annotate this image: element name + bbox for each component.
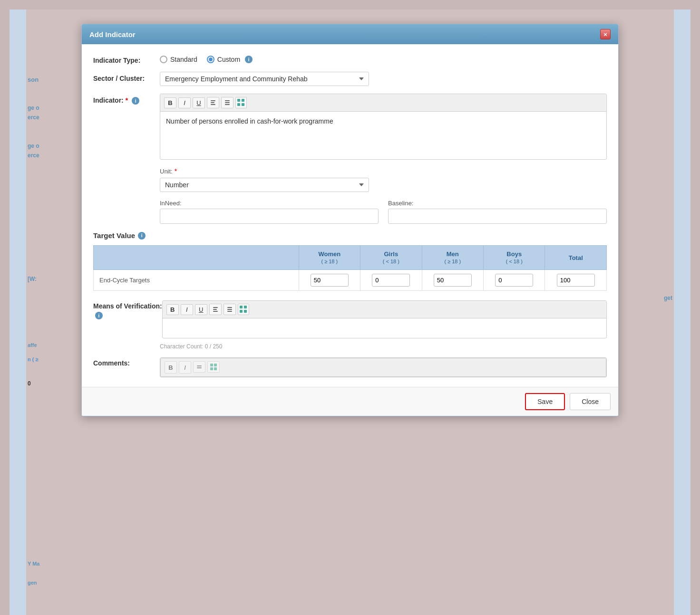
means-toolbar-bold[interactable]: B [166,304,179,315]
save-button[interactable]: Save [525,393,565,410]
modal-body: Indicator Type: Standard Custom i [82,44,618,387]
radio-custom-label: Custom [217,56,240,63]
col-girls-header: Girls ( < 18 ) [360,246,422,270]
means-toolbar-list[interactable] [209,304,222,315]
comments-toolbar-bold[interactable]: B [165,361,177,374]
boys-input[interactable] [495,274,533,287]
inneed-input[interactable] [160,209,379,224]
unit-row: Unit: * Number Percentage Yes/No [93,167,607,192]
indicator-content[interactable]: Number of persons enrolled in cash-for-w… [160,112,606,159]
target-value-info-icon[interactable]: i [138,232,146,240]
means-toolbar-ordered-list[interactable] [224,304,236,315]
baseline-field-label: Baseline: [388,200,607,207]
means-label-col: Means of Verification: i [93,300,162,319]
inneed-baseline-cols: InNeed: Baseline: [160,200,607,224]
indicator-row: Indicator: * i B I U [93,94,607,160]
modal-footer: Save Close [82,387,618,416]
comments-toolbar-list[interactable] [193,361,205,373]
radio-custom-circle[interactable] [207,56,214,63]
modal-close-button[interactable]: × [600,29,611,39]
target-table-head: Women ( ≥ 18 ) Girls ( < 18 ) Men ( ≥ 18… [94,246,607,270]
inneed-baseline-row: InNeed: Baseline: [93,200,607,224]
radio-standard-label: Standard [170,56,197,63]
indicator-type-radio-group: Standard Custom i [160,54,253,63]
sector-label: Sector / Cluster: [93,72,160,82]
row-women-cell [299,270,360,291]
means-content[interactable] [163,318,606,338]
col-total-header: Total [545,246,607,270]
means-editor: B I U [162,300,607,338]
inneed-field-label: InNeed: [160,200,379,207]
toolbar-list-btn[interactable] [207,97,219,108]
toolbar-ordered-list-btn[interactable] [221,97,233,108]
list-lines-icon [211,100,215,105]
toolbar-underline-btn[interactable]: U [193,97,205,108]
row-girls-cell [360,270,422,291]
indicator-editor: B I U [160,94,607,160]
comments-row: Comments: B I [93,357,607,377]
comments-label: Comments: [93,359,160,367]
target-value-header: Target Value i [93,231,607,240]
table-row: End-Cycle Targets [94,270,607,291]
means-toolbar-grid[interactable] [238,304,249,315]
unit-select[interactable]: Number Percentage Yes/No [160,178,369,192]
unit-label: Unit: [160,168,173,175]
add-indicator-modal: Add Indicator × Indicator Type: Standard [81,24,619,416]
unit-row-spacer [93,167,160,170]
toolbar-italic-btn[interactable]: I [178,97,191,108]
target-value-title: Target Value [93,231,135,240]
col-boys-header: Boys ( < 18 ) [484,246,545,270]
sector-select[interactable]: Emergency Employment and Community Rehab… [160,72,369,86]
row-boys-cell [484,270,545,291]
target-table-header-row: Women ( ≥ 18 ) Girls ( < 18 ) Men ( ≥ 18… [94,246,607,270]
means-info-icon[interactable]: i [95,312,103,319]
row-men-cell [422,270,483,291]
inneed-col: InNeed: [160,200,379,224]
row-total-cell [545,270,607,291]
comments-toolbar: B I [160,358,606,377]
means-toolbar: B I U [163,301,606,318]
unit-label-row: Unit: * [160,167,369,175]
men-input[interactable] [434,274,472,287]
comments-toolbar-grid[interactable] [207,361,220,373]
total-input[interactable] [557,274,595,287]
indicator-type-label: Indicator Type: [93,54,160,64]
target-value-table: Women ( ≥ 18 ) Girls ( < 18 ) Men ( ≥ 18… [93,245,607,291]
modal-header: Add Indicator × [82,24,618,44]
means-label: Means of Verification: [93,302,162,310]
radio-standard-circle[interactable] [160,56,167,63]
sector-cluster-row: Sector / Cluster: Emergency Employment a… [93,72,607,86]
means-row: Means of Verification: i B I U [93,300,607,338]
comments-editor: B I [160,357,607,377]
women-input[interactable] [311,274,349,287]
girls-input[interactable] [372,274,410,287]
comments-label-col: Comments: [93,357,160,367]
row-label-cell: End-Cycle Targets [94,270,299,291]
baseline-input[interactable] [388,209,607,224]
radio-custom[interactable]: Custom i [207,56,253,63]
indicator-required-star: * [126,96,128,104]
sector-select-wrap: Emergency Employment and Community Rehab… [160,72,369,86]
indicator-label: Indicator: * i [93,94,160,105]
baseline-col: Baseline: [388,200,607,224]
char-count-label: Character Count: 0 / 250 [160,343,222,350]
indicator-info-icon[interactable]: i [132,97,139,105]
radio-standard[interactable]: Standard [160,56,197,63]
unit-required-star: * [175,167,177,175]
col-empty-header [94,246,299,270]
indicator-type-row: Indicator Type: Standard Custom i [93,54,607,64]
toolbar-bold-btn[interactable]: B [164,97,176,108]
indicator-toolbar: B I U [160,94,606,112]
inneed-label-spacer [93,200,160,202]
means-toolbar-underline[interactable]: U [195,304,207,315]
target-table-body: End-Cycle Targets [94,270,607,291]
char-count-row: Character Count: 0 / 250 [160,342,607,350]
means-toolbar-italic[interactable]: I [181,304,193,315]
modal-title: Add Indicator [89,30,136,38]
close-button[interactable]: Close [570,393,611,410]
col-men-header: Men ( ≥ 18 ) [422,246,483,270]
unit-col: Unit: * Number Percentage Yes/No [160,167,369,192]
custom-info-icon[interactable]: i [245,56,253,63]
toolbar-grid-btn[interactable] [235,97,247,108]
comments-toolbar-italic[interactable]: I [179,361,191,374]
